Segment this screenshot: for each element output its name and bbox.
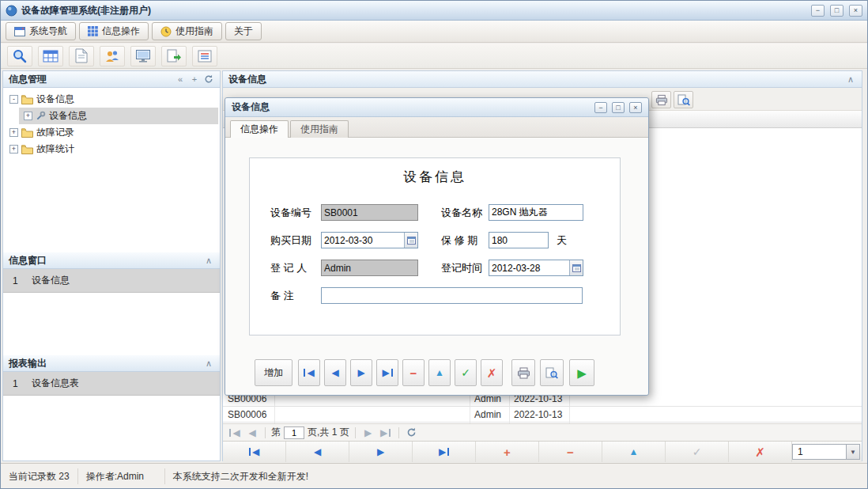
refresh-icon[interactable] — [203, 74, 214, 84]
minus-icon: − — [567, 446, 574, 458]
menu-bar: 系统导航 信息操作 使用指南 关于 — [1, 21, 867, 43]
expand-toggle[interactable]: + — [24, 112, 32, 120]
prev-record-button[interactable]: ◀ — [286, 442, 349, 462]
page-number-input[interactable] — [284, 426, 304, 439]
save-record-button[interactable]: ✓ — [666, 442, 729, 462]
restore-button[interactable]: □ — [830, 5, 843, 17]
calendar-icon — [572, 263, 581, 272]
tree-node-device-info-folder[interactable]: - 设备信息 — [3, 91, 220, 108]
tab-user-guide[interactable]: 使用指南 — [152, 22, 222, 40]
refresh-page-button[interactable] — [405, 426, 419, 439]
prev-record-button[interactable]: ◀ — [324, 359, 346, 386]
collapse-left-icon[interactable]: « — [175, 74, 186, 85]
last-page-button[interactable]: ▶ — [379, 426, 393, 439]
device-no-input[interactable] — [321, 204, 418, 221]
calendar-button[interactable] — [404, 233, 417, 248]
export-button[interactable] — [161, 46, 187, 66]
tab-about[interactable]: 关于 — [225, 22, 262, 40]
remark-input[interactable] — [321, 287, 583, 304]
preview-icon — [677, 94, 690, 106]
next-record-button[interactable]: ▶ — [349, 442, 413, 462]
clock-icon — [160, 26, 172, 37]
first-icon: ◀ — [304, 368, 314, 377]
minus-icon: − — [410, 367, 417, 379]
list-item-label: 设备信息表 — [32, 377, 79, 390]
list-button[interactable] — [192, 46, 217, 66]
add-record-button[interactable]: + — [476, 442, 539, 462]
print-button[interactable] — [651, 91, 671, 108]
operator-status: 操作者:Admin — [78, 468, 165, 484]
first-page-button[interactable]: ◀ — [228, 426, 242, 439]
dialog-maximize-button[interactable]: □ — [612, 102, 625, 113]
edit-record-button[interactable]: ▲ — [428, 359, 451, 386]
last-icon: ▶ — [382, 368, 392, 377]
purchase-date-input[interactable] — [322, 235, 404, 246]
reg-time-input[interactable] — [489, 263, 569, 274]
list-item-device-info-table[interactable]: 1 设备信息表 — [3, 372, 220, 396]
list-item-index: 1 — [3, 275, 32, 286]
dialog-minimize-button[interactable]: − — [594, 102, 607, 113]
device-name-label: 设备名称 — [441, 204, 482, 221]
prev-page-button[interactable]: ◀ — [245, 426, 259, 439]
next-page-button[interactable]: ▶ — [361, 426, 376, 439]
list-item-device-info[interactable]: 1 设备信息 — [3, 269, 220, 293]
registrant-label: 登 记 人 — [270, 260, 307, 276]
collapse-icon[interactable]: ∧ — [203, 255, 214, 266]
table-row[interactable]: SB00006 Admin 2022-10-13 — [223, 407, 862, 423]
minimize-button[interactable]: − — [811, 5, 825, 17]
tree-node-device-info[interactable]: + 设备信息 — [19, 108, 218, 124]
up-icon: ▲ — [435, 368, 444, 377]
print-button[interactable] — [511, 359, 535, 386]
print-icon — [655, 94, 668, 106]
add-icon[interactable]: + — [189, 74, 200, 85]
tab-system-navigation[interactable]: 系统导航 — [6, 22, 76, 40]
tree-node-fault-records[interactable]: + 故障记录 — [3, 124, 220, 141]
collapse-toggle[interactable]: - — [9, 95, 18, 104]
next-record-button[interactable]: ▶ — [350, 359, 372, 386]
dialog-tab-info-operation[interactable]: 信息操作 — [230, 120, 289, 138]
cancel-record-button[interactable]: ✗ — [481, 359, 503, 386]
reg-time-field — [489, 260, 583, 276]
dialog-close-button[interactable]: × — [629, 102, 642, 113]
expand-toggle[interactable]: + — [9, 128, 18, 137]
save-record-button[interactable]: ✓ — [455, 359, 477, 386]
tab-info-operation[interactable]: 信息操作 — [79, 22, 149, 40]
check-icon: ✓ — [461, 367, 470, 378]
edit-record-button[interactable]: ▲ — [602, 442, 666, 462]
first-record-button[interactable]: ◀ — [223, 442, 286, 462]
warranty-input[interactable] — [489, 232, 549, 248]
table-view-button[interactable] — [38, 46, 63, 66]
dialog-tab-user-guide[interactable]: 使用指南 — [290, 120, 349, 138]
users-button[interactable] — [100, 46, 125, 66]
report-button[interactable] — [130, 46, 156, 66]
tab-label: 使用指南 — [175, 25, 213, 38]
delete-record-button[interactable]: − — [539, 442, 602, 462]
plus-icon: + — [504, 446, 511, 458]
record-selector[interactable]: 1 ▼ — [792, 444, 860, 460]
preview-button[interactable] — [674, 91, 693, 108]
first-record-button[interactable]: ◀ — [298, 359, 320, 386]
preview-button[interactable] — [540, 359, 564, 386]
statusbar: 当前记录数 23 操作者:Admin 本系统支持二次开发和全新开发! — [1, 463, 867, 489]
app-window: 设备故障管理系统(非注册用户) − □ × 系统导航 信息操作 使用指南 关于 — [0, 0, 868, 489]
registrant-input[interactable] — [321, 260, 418, 276]
statusbar-message: 本系统支持二次开发和全新开发! — [165, 468, 316, 484]
dialog-tabs: 信息操作 使用指南 — [225, 117, 648, 138]
run-button[interactable]: ▶ — [569, 359, 594, 386]
device-name-input[interactable] — [489, 204, 583, 221]
search-button[interactable] — [7, 46, 32, 66]
cancel-record-button[interactable]: ✗ — [729, 442, 792, 462]
collapse-icon[interactable]: ∧ — [203, 358, 214, 369]
purchase-date-label: 购买日期 — [270, 232, 311, 248]
new-document-button[interactable] — [69, 46, 94, 66]
expand-toggle[interactable]: + — [9, 145, 18, 154]
delete-record-button[interactable]: − — [402, 359, 425, 386]
add-button[interactable]: 增加 — [255, 359, 292, 386]
tree-node-fault-stats[interactable]: + 故障统计 — [3, 141, 220, 157]
calendar-button[interactable] — [569, 260, 583, 275]
collapse-icon[interactable]: ∧ — [845, 74, 856, 85]
export-icon — [167, 49, 182, 63]
last-record-button[interactable]: ▶ — [376, 359, 398, 386]
close-button[interactable]: × — [849, 5, 862, 17]
last-record-button[interactable]: ▶ — [413, 442, 476, 462]
